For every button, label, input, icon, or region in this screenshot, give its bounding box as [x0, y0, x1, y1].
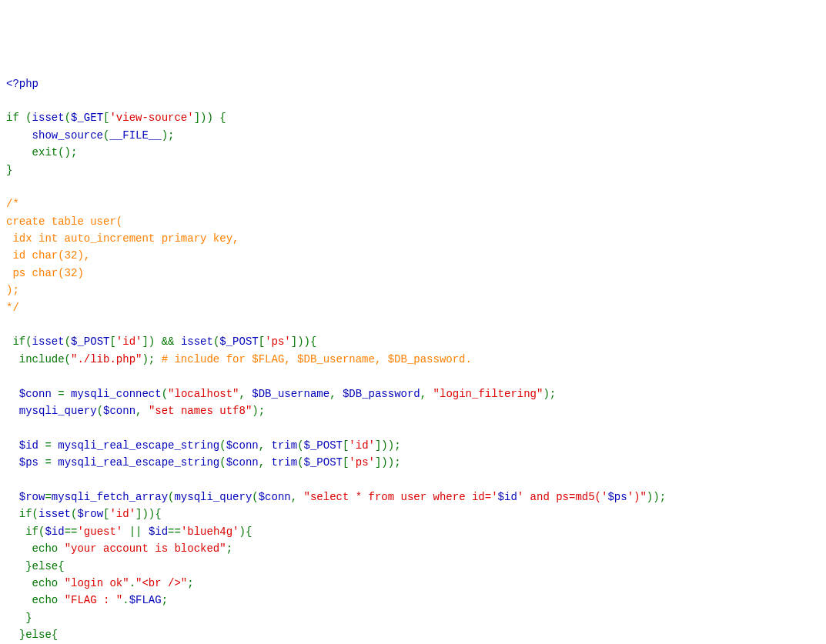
token-string: 'ps': [349, 456, 375, 469]
token-keyword: ,: [291, 491, 304, 503]
token-variable: $ps: [19, 456, 45, 469]
token-variable: $id: [149, 526, 168, 538]
token-keyword: (: [297, 439, 303, 452]
token-keyword: ,: [420, 388, 433, 400]
token-string: 'view-source': [109, 112, 193, 124]
token-comment: /* create table user( idx int auto_incre…: [6, 198, 239, 313]
token-string: ')": [627, 491, 647, 503]
token-string: 'id': [116, 335, 142, 348]
token-keyword: (: [97, 405, 103, 417]
token-string: 'guest': [77, 526, 122, 538]
token-keyword: (: [219, 439, 226, 452]
token-keyword: ,: [259, 439, 272, 452]
token-string: "set names utf8": [149, 405, 252, 417]
token-const: mysqli_real_escape_string: [58, 439, 219, 452]
token-const: mysqli_fetch_array: [52, 491, 168, 503]
token-variable: $_POST: [219, 335, 258, 348]
token-string: "localhost": [168, 388, 239, 400]
token-keyword: (: [297, 456, 303, 469]
token-variable: $_POST: [71, 335, 109, 348]
token-keyword: (: [162, 388, 168, 400]
token-string: 'blueh4g': [181, 526, 239, 538]
token-string: ' and ps=md5(': [517, 491, 608, 503]
token-variable: $ps: [607, 491, 627, 503]
token-variable: $row: [77, 508, 103, 520]
token-keyword: (: [252, 491, 258, 503]
token-variable: $_GET: [71, 112, 103, 124]
token-string: 'id': [109, 508, 135, 520]
token-keyword: (: [65, 335, 71, 348]
token-keyword: =: [45, 491, 51, 503]
token-string: "login_filtering": [433, 388, 543, 400]
token-keyword: ,: [329, 388, 343, 400]
token-keyword: if (: [6, 112, 32, 124]
token-keyword: (: [219, 456, 226, 469]
token-string: "<br />": [135, 577, 187, 589]
token-keyword: ==: [65, 526, 78, 538]
token-string: "your account is blocked": [65, 542, 226, 555]
token-variable: $row: [19, 491, 45, 503]
token-keyword: ||: [122, 526, 149, 538]
token-keyword: (: [65, 112, 71, 124]
token-variable: $conn: [103, 405, 135, 417]
token-const: trim: [272, 439, 298, 452]
token-keyword: [: [259, 335, 265, 348]
token-const: mysqli_query: [174, 491, 252, 503]
token-php-tag: <?php: [6, 78, 38, 90]
token-const: isset: [38, 508, 71, 520]
token-keyword: );: [142, 353, 161, 365]
token-const: mysqli_query: [19, 405, 97, 417]
token-const: mysqli_real_escape_string: [58, 456, 219, 469]
token-variable: $id: [45, 526, 64, 538]
token-const: show_source: [32, 129, 103, 142]
token-variable: $id: [498, 491, 517, 503]
token-variable: $conn: [19, 388, 58, 400]
token-string: "login ok": [65, 577, 129, 589]
token-variable: $id: [19, 439, 45, 452]
token-keyword: =: [45, 456, 58, 469]
token-const: trim: [272, 456, 298, 469]
token-const: isset: [32, 112, 65, 124]
token-const: mysqli_connect: [71, 388, 162, 400]
token-keyword: ==: [168, 526, 181, 538]
token-keyword: ,: [259, 456, 272, 469]
token-variable: $conn: [226, 456, 259, 469]
token-keyword: =: [58, 388, 71, 400]
token-string: 'id': [349, 439, 375, 452]
token-variable: $_POST: [304, 456, 343, 469]
token-string: "select * from user where id=': [304, 491, 498, 503]
token-keyword: .: [122, 594, 129, 606]
token-const: __FILE__: [109, 129, 161, 142]
token-keyword: ,: [135, 405, 149, 417]
php-source-code: <?php if (isset($_GET['view-source'])) {…: [6, 75, 820, 644]
token-const: isset: [32, 335, 65, 348]
token-keyword: ,: [239, 388, 252, 400]
token-keyword: .: [129, 577, 135, 589]
token-variable: $_POST: [304, 439, 343, 452]
token-variable: $DB_password: [343, 388, 420, 400]
token-variable: $DB_username: [252, 388, 329, 400]
token-comment: # include for $FLAG, $DB_username, $DB_p…: [162, 353, 472, 365]
token-keyword: if(: [6, 335, 32, 348]
token-keyword: [: [109, 335, 115, 348]
token-string: "FLAG : ": [65, 594, 123, 606]
token-variable: $conn: [259, 491, 291, 503]
token-keyword: =: [45, 439, 58, 452]
token-string: 'ps': [265, 335, 291, 348]
token-variable: $conn: [226, 439, 259, 452]
token-keyword: [6, 388, 19, 400]
token-keyword: ]) &&: [142, 335, 180, 348]
token-string: "./lib.php": [71, 353, 142, 365]
token-variable: $FLAG: [129, 594, 162, 606]
token-const: isset: [181, 335, 213, 348]
